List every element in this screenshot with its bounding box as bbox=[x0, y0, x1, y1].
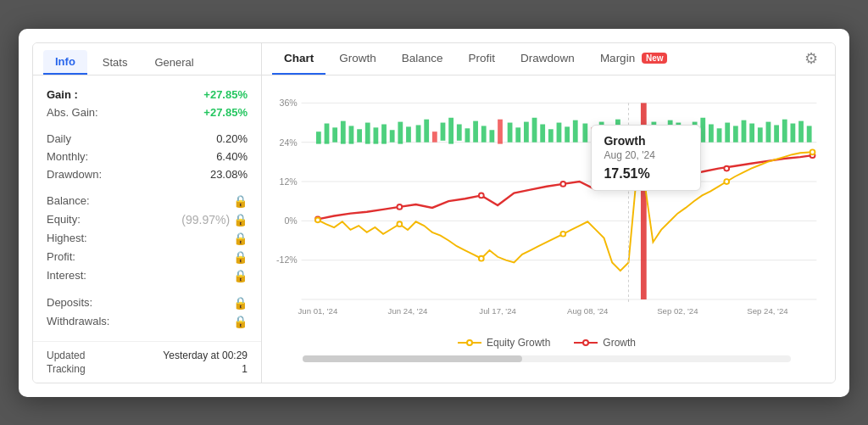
svg-rect-64 bbox=[709, 124, 714, 142]
withdrawals-label: Withdrawals: bbox=[47, 315, 109, 327]
svg-rect-28 bbox=[406, 126, 411, 142]
svg-rect-54 bbox=[624, 125, 629, 142]
updated-label: Updated bbox=[47, 350, 85, 361]
tracking-row: Tracking 1 bbox=[47, 362, 248, 376]
chart-area: 36% 24% 12% 0% -12% Jun 01, '24 Jun 24, … bbox=[262, 75, 835, 383]
balance-label: Balance: bbox=[47, 194, 90, 207]
svg-rect-69 bbox=[749, 123, 754, 142]
svg-rect-51 bbox=[599, 121, 604, 142]
tab-info[interactable]: Info bbox=[43, 50, 87, 75]
interest-row: Interest: 🔒 bbox=[47, 266, 248, 285]
svg-point-89 bbox=[634, 172, 639, 177]
monthly-row: Monthly: 6.40% bbox=[47, 148, 248, 165]
svg-rect-32 bbox=[441, 122, 446, 140]
right-panel: Chart Growth Balance Profit Drawdown Mar… bbox=[262, 43, 835, 383]
svg-rect-17 bbox=[316, 131, 321, 143]
svg-rect-76 bbox=[807, 126, 812, 142]
growth-legend-label: Growth bbox=[603, 337, 636, 349]
svg-rect-27 bbox=[398, 121, 403, 143]
drawdown-value: 23.08% bbox=[210, 168, 248, 181]
svg-text:Jul 17, '24: Jul 17, '24 bbox=[479, 306, 516, 316]
profit-label: Profit: bbox=[47, 250, 75, 263]
svg-rect-61 bbox=[684, 127, 689, 142]
svg-rect-65 bbox=[717, 128, 722, 142]
svg-point-82 bbox=[643, 169, 648, 174]
monthly-value: 6.40% bbox=[216, 150, 248, 163]
daily-row: Daily 0.20% bbox=[47, 130, 248, 148]
svg-text:Jun 01, '24: Jun 01, '24 bbox=[298, 306, 337, 316]
tab-stats[interactable]: Stats bbox=[91, 50, 140, 75]
svg-rect-19 bbox=[332, 127, 337, 142]
svg-rect-57 bbox=[651, 121, 656, 142]
svg-rect-48 bbox=[573, 120, 578, 142]
svg-rect-42 bbox=[524, 121, 529, 142]
abs-gain-value: +27.85% bbox=[203, 106, 248, 119]
svg-point-90 bbox=[724, 179, 729, 184]
left-panel: Info Stats General Gain : +27.85% Abs. G… bbox=[33, 43, 262, 383]
gain-value: +27.85% bbox=[203, 88, 248, 101]
withdrawals-row: Withdrawals: 🔒 bbox=[47, 312, 248, 331]
daily-label: Daily bbox=[47, 132, 71, 145]
chart-container: 36% 24% 12% 0% -12% Jun 01, '24 Jun 24, … bbox=[269, 82, 825, 332]
svg-rect-26 bbox=[390, 130, 395, 142]
equity-dot-icon bbox=[466, 339, 473, 346]
drawdown-label: Drawdown: bbox=[47, 168, 102, 181]
svg-rect-74 bbox=[790, 123, 795, 142]
svg-rect-34 bbox=[457, 124, 462, 140]
svg-rect-55 bbox=[632, 128, 637, 142]
svg-point-91 bbox=[810, 149, 815, 154]
updated-value: Yesterday at 00:29 bbox=[163, 350, 248, 361]
svg-rect-37 bbox=[481, 126, 487, 142]
svg-point-78 bbox=[397, 204, 402, 210]
scrollbar-thumb[interactable] bbox=[303, 355, 522, 362]
tab-balance[interactable]: Balance bbox=[390, 43, 455, 75]
svg-rect-29 bbox=[416, 125, 421, 142]
right-tabs: Chart Growth Balance Profit Drawdown Mar… bbox=[262, 43, 835, 75]
tab-general[interactable]: General bbox=[142, 50, 205, 75]
svg-text:-12%: -12% bbox=[276, 254, 298, 265]
tracking-value: 1 bbox=[242, 363, 248, 375]
svg-rect-75 bbox=[798, 120, 804, 142]
svg-point-79 bbox=[479, 193, 484, 198]
svg-point-80 bbox=[560, 182, 565, 187]
tab-margin[interactable]: Margin New bbox=[588, 43, 680, 75]
svg-rect-33 bbox=[448, 117, 453, 143]
deposits-label: Deposits: bbox=[47, 296, 92, 309]
svg-rect-52 bbox=[607, 131, 612, 143]
equity-lock: (99.97%) 🔒 bbox=[181, 213, 248, 226]
svg-rect-58 bbox=[659, 125, 665, 142]
svg-rect-45 bbox=[548, 129, 554, 142]
highest-lock: 🔒 bbox=[233, 232, 248, 245]
growth-dot-icon bbox=[582, 339, 589, 346]
balance-lock: 🔒 bbox=[233, 194, 248, 208]
daily-value: 0.20% bbox=[216, 132, 248, 145]
svg-rect-38 bbox=[489, 130, 494, 142]
tab-growth[interactable]: Growth bbox=[327, 43, 388, 75]
svg-rect-30 bbox=[424, 119, 429, 142]
tab-drawdown[interactable]: Drawdown bbox=[509, 43, 587, 75]
svg-rect-24 bbox=[373, 127, 378, 143]
svg-text:36%: 36% bbox=[280, 98, 298, 108]
svg-rect-23 bbox=[365, 122, 370, 143]
svg-text:Sep 24, '24: Sep 24, '24 bbox=[747, 306, 788, 316]
svg-text:Aug 08, '24: Aug 08, '24 bbox=[567, 306, 609, 316]
tracking-label: Tracking bbox=[47, 363, 86, 375]
svg-text:Sep 02, '24: Sep 02, '24 bbox=[657, 306, 698, 316]
svg-rect-18 bbox=[325, 123, 330, 143]
svg-rect-56 bbox=[641, 103, 647, 299]
svg-point-87 bbox=[479, 255, 484, 260]
main-layout: Info Stats General Gain : +27.85% Abs. G… bbox=[32, 42, 836, 383]
tab-profit[interactable]: Profit bbox=[457, 43, 508, 75]
chart-scrollbar[interactable] bbox=[303, 355, 791, 362]
growth-line-icon bbox=[574, 342, 598, 344]
settings-icon[interactable]: ⚙ bbox=[798, 46, 825, 71]
svg-rect-21 bbox=[349, 126, 354, 143]
updated-section: Updated Yesterday at 00:29 Tracking 1 bbox=[33, 341, 261, 383]
drawdown-row: Drawdown: 23.08% bbox=[47, 165, 248, 183]
equity-row: Equity: (99.97%) 🔒 bbox=[47, 210, 248, 229]
equity-line-icon bbox=[458, 342, 481, 344]
legend-equity: Equity Growth bbox=[458, 337, 550, 349]
svg-text:12%: 12% bbox=[280, 176, 298, 186]
svg-rect-66 bbox=[725, 122, 730, 142]
tab-chart[interactable]: Chart bbox=[272, 43, 326, 75]
